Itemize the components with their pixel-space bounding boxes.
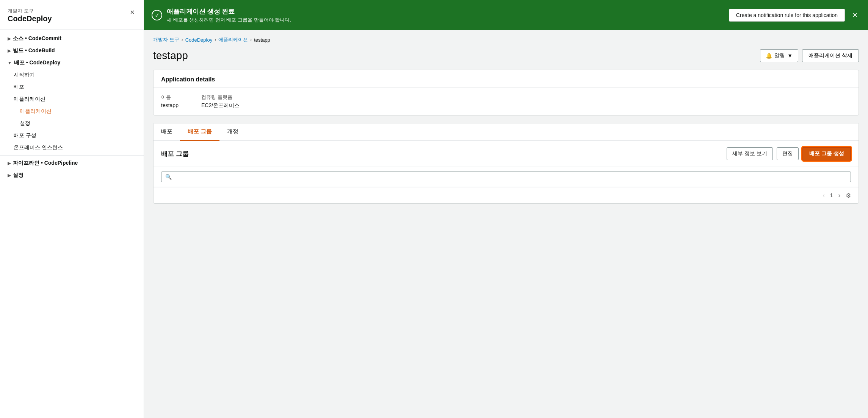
page-title-row: testapp 🔔 알림 ▼ 애플리케이션 삭제	[153, 49, 859, 62]
notification-button[interactable]: 🔔 알림 ▼	[760, 49, 798, 62]
deployment-groups-title: 배포 그룹	[161, 150, 189, 158]
breadcrumb-sep-1: ›	[182, 37, 183, 42]
search-input-wrapper: 🔍	[161, 172, 851, 182]
compute-platform-field: 컴퓨팅 플랫폼 EC2/온프레미스	[201, 94, 240, 109]
sidebar-item-pipeline-label: 파이프라인 • CodePipeline	[13, 160, 78, 167]
breadcrumb-developer-tools[interactable]: 개발자 도구	[153, 36, 179, 43]
sidebar-item-build[interactable]: ▶ 빌드 • CodeBuild	[0, 45, 144, 57]
pagination-gear-icon[interactable]: ⚙	[846, 192, 851, 199]
source-arrow-icon: ▶	[8, 36, 11, 41]
banner-text: 애플리케이션 생성 완료 새 배포를 생성하려면 먼저 배포 그룹을 만들어야 …	[167, 7, 724, 23]
sidebar-item-applications-active-label: 애플리케이션	[20, 108, 52, 115]
page-content: 개발자 도구 › CodeDeploy › 애플리케이션 › testapp t…	[144, 30, 868, 418]
sidebar-item-build-label: 빌드 • CodeBuild	[13, 47, 55, 54]
sidebar-subtitle: 개발자 도구	[8, 8, 52, 14]
sidebar-item-settings-deploy-label: 설정	[20, 120, 30, 127]
application-details-card-header: Application details	[154, 70, 859, 88]
breadcrumb: 개발자 도구 › CodeDeploy › 애플리케이션 › testapp	[153, 36, 859, 43]
page-title-actions: 🔔 알림 ▼ 애플리케이션 삭제	[760, 49, 859, 62]
sidebar-item-settings-label: 설정	[13, 172, 24, 179]
deployment-groups-section-header: 배포 그룹 세부 정보 보기 편집 배포 그룹 생성	[154, 141, 859, 167]
main-content: ✓ 애플리케이션 생성 완료 새 배포를 생성하려면 먼저 배포 그룹을 만들어…	[144, 0, 868, 418]
banner-title: 애플리케이션 생성 완료	[167, 7, 724, 16]
compute-platform-value: EC2/온프레미스	[201, 102, 240, 108]
banner-success-icon: ✓	[152, 10, 162, 20]
search-icon: 🔍	[165, 174, 172, 180]
settings-arrow-icon: ▶	[8, 173, 11, 178]
sidebar-item-applications[interactable]: 애플리케이션	[0, 93, 144, 105]
create-notification-rule-button[interactable]: Create a notification rule for this appl…	[729, 9, 845, 22]
pagination-row: ‹ 1 › ⚙	[154, 187, 859, 203]
application-details-card-body: 이름 testapp 컴퓨팅 플랫폼 EC2/온프레미스	[154, 88, 859, 115]
success-banner: ✓ 애플리케이션 생성 완료 새 배포를 생성하려면 먼저 배포 그룹을 만들어…	[144, 0, 868, 30]
sidebar-item-pipeline[interactable]: ▶ 파이프라인 • CodePipeline	[0, 157, 144, 169]
app-name-label: 이름	[161, 94, 179, 101]
sidebar-item-deploy-config-label: 배포 구성	[14, 132, 36, 139]
sidebar-item-source[interactable]: ▶ 소스 • CodeCommit	[0, 33, 144, 45]
breadcrumb-current: testapp	[254, 37, 270, 43]
sidebar-item-settings[interactable]: ▶ 설정	[0, 169, 144, 181]
page-title: testapp	[153, 50, 188, 62]
compute-platform-label: 컴퓨팅 플랫폼	[201, 94, 240, 101]
pagination-next-button[interactable]: ›	[836, 191, 843, 200]
view-details-button[interactable]: 세부 정보 보기	[727, 147, 773, 160]
application-details-card: Application details 이름 testapp 컴퓨팅 플랫폼 E…	[153, 70, 859, 115]
banner-subtitle: 새 배포를 생성하려면 먼저 배포 그룹을 만들어야 합니다.	[167, 17, 724, 23]
edit-button[interactable]: 편집	[777, 147, 799, 160]
sidebar-item-deployments-label: 배포	[14, 84, 24, 90]
sidebar-item-deploy-config[interactable]: 배포 구성	[0, 129, 144, 142]
sidebar-title: CodeDeploy	[8, 14, 52, 23]
sidebar-header-text: 개발자 도구 CodeDeploy	[8, 8, 52, 23]
breadcrumb-sep-2: ›	[215, 37, 216, 42]
sidebar-item-source-label: 소스 • CodeCommit	[13, 35, 61, 42]
sidebar-item-deployments[interactable]: 배포	[0, 81, 144, 93]
sidebar-item-on-premises-label: 온프레미스 인스턴스	[14, 144, 63, 151]
tab-revisions[interactable]: 개정	[219, 123, 246, 141]
search-input[interactable]	[174, 174, 847, 180]
breadcrumb-sep-3: ›	[250, 37, 252, 42]
bell-icon: 🔔	[766, 53, 772, 59]
sidebar-nav: ▶ 소스 • CodeCommit ▶ 빌드 • CodeBuild ▼ 배포 …	[0, 30, 144, 418]
search-row: 🔍	[154, 167, 859, 187]
pipeline-arrow-icon: ▶	[8, 161, 11, 166]
sidebar-item-deploy-label: 배포 • CodeDeploy	[14, 59, 60, 66]
sidebar-item-on-premises[interactable]: 온프레미스 인스턴스	[0, 142, 144, 154]
deploy-arrow-icon: ▼	[8, 61, 12, 65]
pagination-prev-button[interactable]: ‹	[821, 191, 827, 200]
delete-application-button[interactable]: 애플리케이션 삭제	[802, 49, 859, 62]
section-actions: 세부 정보 보기 편집 배포 그룹 생성	[727, 147, 851, 161]
sidebar-item-deploy[interactable]: ▼ 배포 • CodeDeploy	[0, 57, 144, 69]
breadcrumb-codedeploy[interactable]: CodeDeploy	[185, 37, 213, 43]
app-name-field: 이름 testapp	[161, 94, 179, 109]
app-name-value: testapp	[161, 102, 179, 108]
sidebar-close-button[interactable]: ×	[128, 8, 136, 17]
build-arrow-icon: ▶	[8, 48, 11, 53]
tabs-section: 배포 배포 그룹 개정 배포 그룹 세부 정보 보기 편집 배포 그룹 생성	[153, 123, 859, 204]
notification-dropdown-icon: ▼	[787, 53, 793, 59]
banner-close-button[interactable]: ×	[849, 9, 860, 21]
sidebar-item-getting-started[interactable]: 시작하기	[0, 69, 144, 81]
sidebar-item-settings-deploy[interactable]: 설정	[0, 117, 144, 129]
tab-deployments[interactable]: 배포	[154, 123, 180, 141]
tab-deployment-groups[interactable]: 배포 그룹	[180, 123, 219, 141]
pagination-page-number: 1	[830, 192, 833, 198]
sidebar-item-getting-started-label: 시작하기	[14, 72, 35, 78]
breadcrumb-applications[interactable]: 애플리케이션	[218, 36, 248, 43]
notification-label: 알림	[774, 52, 785, 59]
nav-separator	[0, 155, 144, 156]
sidebar-item-applications-active[interactable]: 애플리케이션	[0, 105, 144, 117]
sidebar: 개발자 도구 CodeDeploy × ▶ 소스 • CodeCommit ▶ …	[0, 0, 144, 418]
tabs-row: 배포 배포 그룹 개정	[154, 123, 859, 141]
create-deployment-group-button[interactable]: 배포 그룹 생성	[802, 147, 851, 161]
sidebar-item-applications-label: 애플리케이션	[14, 96, 45, 103]
sidebar-header: 개발자 도구 CodeDeploy ×	[0, 0, 144, 30]
